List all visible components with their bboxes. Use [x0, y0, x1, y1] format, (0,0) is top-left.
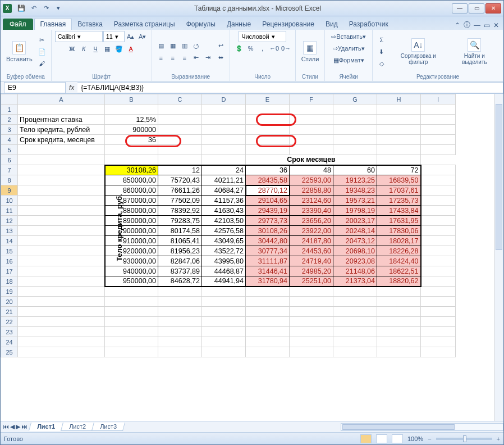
cell-E23[interactable] — [246, 327, 290, 337]
cell-F17[interactable]: 24985,20 — [290, 266, 333, 276]
row-header-21[interactable]: 21 — [1, 307, 18, 317]
minimize-button[interactable]: — — [452, 3, 468, 13]
cell-I11[interactable] — [421, 206, 456, 216]
cell-E19[interactable] — [246, 287, 290, 297]
cell-B22[interactable] — [105, 317, 158, 327]
cell-G5[interactable] — [333, 145, 377, 155]
cell-A16[interactable] — [18, 256, 105, 266]
cell-F4[interactable] — [290, 135, 333, 145]
cell-B1[interactable] — [105, 105, 158, 115]
cell-E20[interactable] — [246, 297, 290, 307]
cell-D11[interactable]: 41630,43 — [202, 206, 246, 216]
sort-filter-button[interactable]: A↓ Сортировка и фильтр — [389, 37, 448, 66]
cell-E21[interactable] — [246, 307, 290, 317]
cell-C18[interactable]: 84628,72 — [158, 276, 202, 287]
hscroll-thumb[interactable] — [342, 424, 455, 430]
cell-H14[interactable]: 18028,17 — [377, 236, 421, 246]
cell-G3[interactable] — [333, 125, 377, 135]
cell-D10[interactable]: 41157,36 — [202, 196, 246, 206]
tab-data[interactable]: Данные — [221, 19, 256, 30]
cell-I9[interactable] — [421, 185, 456, 196]
cell-B9[interactable]: 860000,00 — [105, 185, 158, 196]
cell-F2[interactable] — [290, 115, 333, 125]
cell-A19[interactable] — [18, 287, 105, 297]
indent-right-button[interactable]: ⇥ — [203, 52, 214, 63]
cell-I10[interactable] — [421, 196, 456, 206]
zoom-out-button[interactable]: − — [428, 435, 431, 442]
cell-D12[interactable]: 42103,50 — [202, 216, 246, 226]
cell-G20[interactable] — [333, 297, 377, 307]
select-all-corner[interactable] — [1, 94, 18, 105]
format-cells-button[interactable]: ▦ Формат ▾ — [331, 55, 367, 66]
cell-C16[interactable]: 82847,06 — [158, 256, 202, 266]
sheet-tab-3[interactable]: Лист3 — [91, 423, 125, 431]
cell-I3[interactable] — [421, 125, 456, 135]
cell-I14[interactable] — [421, 236, 456, 246]
tab-view[interactable]: Вид — [320, 19, 343, 30]
tab-formulas[interactable]: Формулы — [181, 19, 221, 30]
cell-H7[interactable]: 72 — [377, 165, 421, 175]
sheet-nav-first[interactable]: ⏮ — [3, 423, 9, 430]
cell-I22[interactable] — [421, 317, 456, 327]
cell-C2[interactable] — [158, 115, 202, 125]
cell-B7[interactable]: 30108,26 — [105, 165, 158, 175]
row-header-4[interactable]: 4 — [1, 135, 18, 145]
cell-C25[interactable] — [158, 347, 202, 357]
cell-A4[interactable]: Срок кредита, месяцев — [18, 135, 105, 145]
cell-B14[interactable]: 910000,00 — [105, 236, 158, 246]
cell-A22[interactable] — [18, 317, 105, 327]
cell-B13[interactable]: 900000,00 — [105, 226, 158, 236]
cell-A24[interactable] — [18, 337, 105, 347]
sheet-nav-last[interactable]: ⏭ — [21, 423, 28, 430]
align-top-button[interactable]: ▤ — [155, 40, 167, 52]
col-header-D[interactable]: D — [202, 94, 246, 105]
cell-G2[interactable] — [333, 115, 377, 125]
cell-F16[interactable]: 24719,40 — [290, 256, 333, 266]
cell-F18[interactable]: 25251,00 — [290, 276, 333, 287]
cell-C10[interactable]: 77502,09 — [158, 196, 202, 206]
cell-G1[interactable] — [333, 105, 377, 115]
save-button[interactable]: 💾 — [16, 3, 26, 13]
cell-D25[interactable] — [202, 347, 246, 357]
cell-D8[interactable]: 40211,21 — [202, 175, 246, 185]
cell-H22[interactable] — [377, 317, 421, 327]
cell-H15[interactable]: 18226,28 — [377, 246, 421, 256]
cell-F24[interactable] — [290, 337, 333, 347]
cell-B21[interactable] — [105, 307, 158, 317]
cell-D5[interactable] — [202, 145, 246, 155]
cell-B24[interactable] — [105, 337, 158, 347]
cell-E6[interactable]: Срок месяцев — [246, 155, 377, 165]
row-header-17[interactable]: 17 — [1, 266, 18, 276]
cell-G16[interactable]: 20923,08 — [333, 256, 377, 266]
cell-F20[interactable] — [290, 297, 333, 307]
font-name-combo[interactable]: Calibri▾ — [55, 31, 103, 42]
cell-D3[interactable] — [202, 125, 246, 135]
cell-D22[interactable] — [202, 317, 246, 327]
row-header-5[interactable]: 5 — [1, 145, 18, 155]
cell-E13[interactable]: 30108,26 — [246, 226, 290, 236]
bold-button[interactable]: Ж — [66, 43, 77, 55]
qat-more-button[interactable]: ▾ — [53, 3, 63, 13]
row-header-10[interactable]: 10 — [1, 196, 18, 206]
align-center-button[interactable]: ≡ — [167, 52, 178, 63]
cell-A10[interactable] — [18, 196, 105, 206]
align-left-button[interactable]: ≡ — [155, 52, 167, 63]
cut-button[interactable]: ✂ — [36, 34, 48, 46]
sheet-tab-1[interactable]: Лист1 — [29, 423, 63, 431]
tab-review[interactable]: Рецензирование — [256, 19, 320, 30]
delete-cells-button[interactable]: ⇨ Удалить ▾ — [330, 43, 368, 54]
autosum-button[interactable]: Σ — [376, 34, 387, 46]
cell-I6[interactable] — [377, 155, 421, 165]
cell-D6[interactable] — [202, 155, 246, 165]
cell-H13[interactable]: 17830,06 — [377, 226, 421, 236]
undo-button[interactable]: ↶ — [29, 3, 39, 13]
row-header-19[interactable]: 19 — [1, 287, 18, 297]
underline-button[interactable]: Ч — [90, 43, 101, 55]
cell-D18[interactable]: 44941,94 — [202, 276, 246, 287]
cell-G22[interactable] — [333, 317, 377, 327]
cell-A12[interactable] — [18, 216, 105, 226]
cell-B12[interactable]: 890000,00 — [105, 216, 158, 226]
cell-G7[interactable]: 60 — [333, 165, 377, 175]
cell-H4[interactable] — [377, 135, 421, 145]
cell-G4[interactable] — [333, 135, 377, 145]
